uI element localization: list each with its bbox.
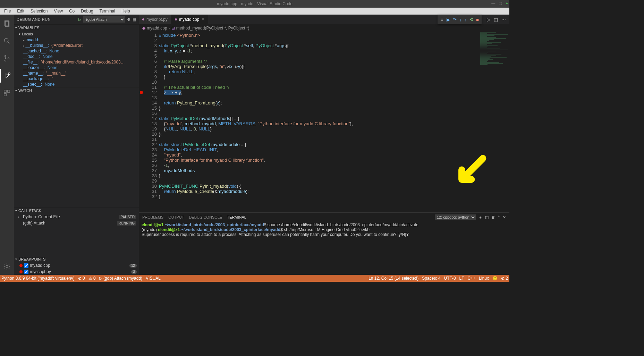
maximize-button[interactable]: ▢ <box>499 1 502 6</box>
debug-icon[interactable] <box>0 69 14 83</box>
minimize-button[interactable]: — <box>491 1 495 6</box>
statusbar-item[interactable]: Spaces: 4 <box>422 276 440 281</box>
run-icon[interactable]: ▷ <box>487 17 490 22</box>
menu-view[interactable]: View <box>51 8 66 14</box>
panel-tab-problems[interactable]: PROBLEMS <box>142 214 163 221</box>
titlebar: myadd.cpp - myadd - Visual Studio Code —… <box>0 0 509 8</box>
breakpoint-checkbox[interactable] <box>24 263 28 268</box>
statusbar-item[interactable]: Linux <box>479 276 489 281</box>
menu-edit[interactable]: Edit <box>14 8 27 14</box>
breakpoint-row[interactable]: myscript.py3 <box>14 269 139 275</box>
panel-tab-output[interactable]: OUTPUT <box>168 214 184 221</box>
variable-row[interactable]: __cached__: None <box>14 48 139 54</box>
debug-config-gear-icon[interactable]: ⚙ <box>127 17 130 22</box>
source-control-icon[interactable] <box>0 51 14 65</box>
settings-gear-icon[interactable] <box>0 260 14 273</box>
statusbar-item[interactable]: ⚠ 0 <box>88 276 96 281</box>
locals-list: ▸ myadd: ▸ __builtins__: {'ArithmeticErr… <box>14 37 139 87</box>
tab-myscript-py[interactable]: myscript.py <box>139 15 171 24</box>
svg-rect-8 <box>4 90 6 92</box>
locals-header[interactable]: ▾Locals <box>14 31 139 37</box>
step-out-icon[interactable]: ↑ <box>465 17 467 22</box>
menu-help[interactable]: Help <box>119 8 133 14</box>
breakpoints-list: myadd.cpp12myscript.py3 <box>14 262 139 275</box>
stop-icon[interactable]: ■ <box>476 17 479 22</box>
callstack-header[interactable]: ▾CALL STACK <box>14 207 139 214</box>
menu-go[interactable]: Go <box>66 8 77 14</box>
search-icon[interactable] <box>0 34 14 48</box>
callstack-list: ▸Python: Current FilePAUSED(gdb) AttachR… <box>14 214 139 226</box>
tab-myadd-cpp[interactable]: myadd.cpp✕ <box>171 15 209 24</box>
menu-file[interactable]: File <box>1 8 14 14</box>
statusbar-item[interactable]: ⊘ 2 <box>501 276 508 281</box>
statusbar-item[interactable]: Python 3.6.9 64-bit ('myadd': virtualenv… <box>1 276 75 281</box>
continue-icon[interactable]: ▶ <box>447 17 450 22</box>
breadcrumb[interactable]: ◆ myadd.cpp › ⊟ method_myadd(PyObject *,… <box>139 24 509 32</box>
annotation-arrow <box>450 153 489 192</box>
variable-row[interactable]: __spec__: None <box>14 82 139 87</box>
extensions-icon[interactable] <box>0 86 14 100</box>
cpp-file-icon: ◆ <box>142 26 145 31</box>
variable-row[interactable]: __doc__: None <box>14 54 139 59</box>
menu-selection[interactable]: Selection <box>28 8 50 14</box>
sidebar-title: DEBUG AND RUN <box>17 17 51 22</box>
kill-terminal-icon[interactable]: 🗑 <box>491 215 495 219</box>
menu-terminal[interactable]: Terminal <box>97 8 118 14</box>
statusbar-item[interactable]: Ln 12, Col 15 (14 selected) <box>368 276 418 281</box>
breadcrumb-file: myadd.cpp <box>147 26 167 31</box>
statusbar-item[interactable]: ▷ (gdb) Attach (myadd) <box>99 276 142 281</box>
start-debug-icon[interactable]: ▷ <box>78 17 81 22</box>
variable-row[interactable]: ▸ __builtins__: {'ArithmeticError': <box>14 43 139 48</box>
step-over-icon[interactable]: ↷ <box>453 17 457 22</box>
new-terminal-icon[interactable]: ＋ <box>478 215 482 220</box>
panel-tab-debug-console[interactable]: DEBUG CONSOLE <box>189 214 222 221</box>
drag-handle-icon[interactable]: ⠿ <box>440 17 444 22</box>
maximize-panel-icon[interactable]: ˄ <box>498 215 500 220</box>
statusbar-item[interactable]: UTF-8 <box>444 276 456 281</box>
breakpoint-checkbox[interactable] <box>24 270 28 274</box>
svg-point-2 <box>5 39 8 42</box>
statusbar-left: Python 3.6.9 64-bit ('myadd': virtualenv… <box>1 276 161 281</box>
variable-row[interactable]: __loader__: None <box>14 65 139 70</box>
breakpoint-gutter[interactable] <box>139 32 144 212</box>
variable-row[interactable]: ▸ myadd: <box>14 37 139 43</box>
terminal-select[interactable]: 12: cppdbg: python <box>435 214 476 220</box>
variable-row[interactable]: __package__: '' <box>14 76 139 82</box>
variables-header[interactable]: ▾VARIABLES <box>14 25 139 31</box>
menu-debug[interactable]: Debug <box>78 8 96 14</box>
breakpoints-header[interactable]: ▾BREAKPOINTS <box>14 256 139 262</box>
statusbar-item[interactable]: 🙂 <box>492 276 498 281</box>
statusbar-item[interactable]: C++ <box>468 276 476 281</box>
explorer-icon[interactable] <box>0 17 14 31</box>
more-actions-icon[interactable]: ⋯ <box>501 17 506 22</box>
watch-header[interactable]: ▾WATCH <box>14 87 139 94</box>
svg-point-7 <box>8 73 10 75</box>
statusbar-item[interactable]: LF <box>459 276 464 281</box>
breadcrumb-symbol: method_myadd(PyObject *, PyObject *) <box>176 26 249 31</box>
close-panel-icon[interactable]: ✕ <box>503 215 506 220</box>
close-button[interactable]: ● <box>506 1 508 6</box>
variables-section: ▾VARIABLES ▾Locals ▸ myadd: ▸ __builtins… <box>14 24 139 87</box>
terminal-tab-list: PROBLEMSOUTPUTDEBUG CONSOLETERMINAL <box>142 214 246 221</box>
restart-icon[interactable]: ⟲ <box>469 17 473 22</box>
debug-console-icon[interactable]: ▤ <box>133 17 136 22</box>
step-into-icon[interactable]: ↓ <box>459 17 462 22</box>
close-tab-icon[interactable]: ✕ <box>201 17 205 22</box>
terminal-body[interactable]: elendil@x1:~/work/island_birds/code/2003… <box>139 222 509 275</box>
breakpoint-row[interactable]: myadd.cpp12 <box>14 262 139 269</box>
variable-row[interactable]: __name__: '__main__' <box>14 70 139 76</box>
panel-tab-terminal[interactable]: TERMINAL <box>227 214 246 221</box>
debug-config-select[interactable]: (gdb) Attach <box>83 16 125 23</box>
debug-config: ▷ (gdb) Attach ⚙ ▤ <box>78 16 136 23</box>
variable-row[interactable]: __file__: '/home/elendil/work/island_bir… <box>14 59 139 65</box>
method-icon: ⊟ <box>171 26 175 31</box>
file-type-icon <box>175 18 177 20</box>
split-editor-icon[interactable]: ◫ <box>494 17 498 22</box>
statusbar-item[interactable]: VISUAL <box>146 276 161 281</box>
debug-sidebar: DEBUG AND RUN ▷ (gdb) Attach ⚙ ▤ ▾VARIAB… <box>14 15 139 275</box>
terminal-tabs: PROBLEMSOUTPUTDEBUG CONSOLETERMINAL 12: … <box>139 213 509 222</box>
split-terminal-icon[interactable]: ◫ <box>485 215 489 220</box>
callstack-row[interactable]: ▸Python: Current FilePAUSED <box>14 214 139 220</box>
statusbar-item[interactable]: ⊘ 0 <box>78 276 85 281</box>
callstack-row[interactable]: (gdb) AttachRUNNING <box>14 220 139 226</box>
